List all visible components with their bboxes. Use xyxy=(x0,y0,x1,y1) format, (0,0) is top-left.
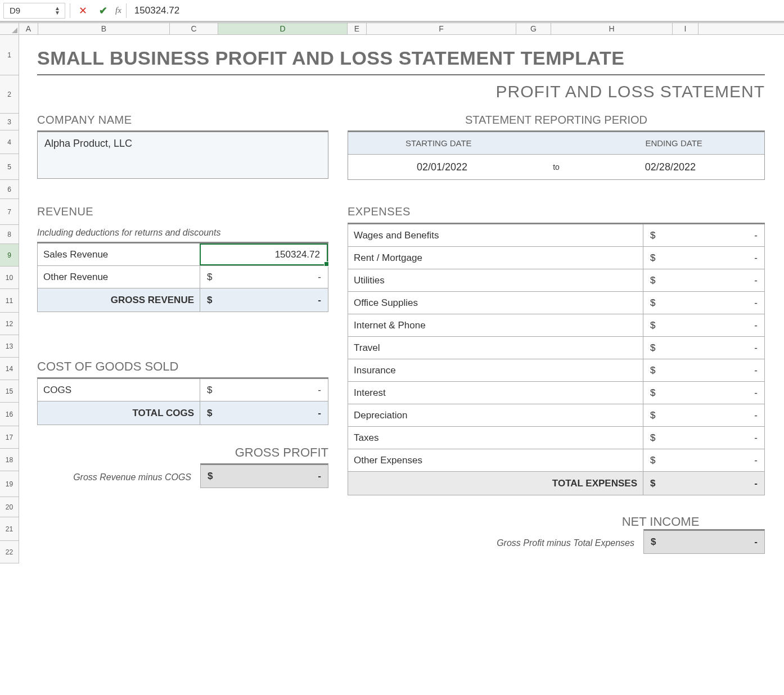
col-header-E[interactable]: E xyxy=(348,23,367,34)
row-value-cell[interactable]: $- xyxy=(643,314,764,336)
fx-label[interactable]: fx xyxy=(115,6,121,15)
select-all-corner[interactable] xyxy=(0,23,19,34)
row-value-cell[interactable]: $- xyxy=(643,404,764,426)
gross-profit-cell[interactable]: $ - xyxy=(200,463,328,488)
row-header-6[interactable]: 6 xyxy=(0,180,19,199)
row-header-14[interactable]: 14 xyxy=(0,358,19,380)
row-value-cell[interactable]: $- xyxy=(643,337,764,359)
total-value-cell[interactable]: $- xyxy=(643,472,764,495)
row-value-cell[interactable]: $- xyxy=(200,266,328,288)
enter-button[interactable]: ✔ xyxy=(95,3,111,19)
col-header-I[interactable]: I xyxy=(673,23,699,34)
row-header-5[interactable]: 5 xyxy=(0,154,19,180)
expenses-table: Wages and Benefits$-Rent / Mortgage$-Uti… xyxy=(348,223,765,495)
row-header-22[interactable]: 22 xyxy=(0,541,19,563)
row-value: 150324.72 xyxy=(275,249,320,260)
currency-symbol: $ xyxy=(650,297,655,309)
row-value-cell[interactable]: $- xyxy=(643,292,764,314)
total-row[interactable]: TOTAL COGS$- xyxy=(37,401,328,425)
table-row[interactable]: Internet & Phone$- xyxy=(348,314,765,337)
row-value-cell[interactable]: 150324.72 xyxy=(200,243,328,265)
row-value-cell[interactable]: $- xyxy=(643,427,764,449)
starting-date-label: STARTING DATE xyxy=(348,132,529,154)
row-header-17[interactable]: 17 xyxy=(0,426,19,449)
total-value-cell[interactable]: $- xyxy=(200,288,328,312)
total-value-cell[interactable]: $- xyxy=(200,401,328,425)
row-value-cell[interactable]: $- xyxy=(643,247,764,269)
table-row[interactable]: Utilities$- xyxy=(348,269,765,292)
net-income-note: Gross Profit minus Total Expenses xyxy=(348,538,639,554)
sheet-content[interactable]: SMALL BUSINESS PROFIT AND LOSS STATEMENT… xyxy=(19,35,784,563)
row-header-15[interactable]: 15 xyxy=(0,380,19,403)
col-header-D[interactable]: D xyxy=(218,23,348,34)
table-row[interactable]: Other Revenue$- xyxy=(37,266,328,288)
table-row[interactable]: Office Supplies$- xyxy=(348,292,765,314)
row-value-cell[interactable]: $- xyxy=(643,224,764,246)
row-label: Interest xyxy=(348,382,643,404)
cancel-button[interactable]: ✕ xyxy=(75,3,91,19)
table-row[interactable]: Insurance$- xyxy=(348,359,765,382)
row-label: Office Supplies xyxy=(348,292,643,314)
col-header-H[interactable]: H xyxy=(551,23,673,34)
col-header-F[interactable]: F xyxy=(367,23,516,34)
row-header-13[interactable]: 13 xyxy=(0,335,19,358)
row-header-4[interactable]: 4 xyxy=(0,130,19,154)
currency-symbol: $ xyxy=(650,342,655,354)
table-row[interactable]: Sales Revenue150324.72 xyxy=(37,243,328,266)
main-title: SMALL BUSINESS PROFIT AND LOSS STATEMENT… xyxy=(37,35,765,75)
row-value-cell[interactable]: $- xyxy=(643,382,764,404)
company-name-cell[interactable]: Alpha Product, LLC xyxy=(37,130,328,179)
name-box[interactable]: D9 ▲ ▼ xyxy=(3,3,65,19)
spinner-down-icon[interactable]: ▼ xyxy=(55,11,60,15)
table-row[interactable]: Travel$- xyxy=(348,337,765,359)
spreadsheet-grid: 12345678910111213141516171819202122 SMAL… xyxy=(0,35,784,563)
currency-symbol: $ xyxy=(650,275,655,286)
row-value-cell[interactable]: $- xyxy=(643,359,764,381)
currency-symbol: $ xyxy=(207,272,212,283)
ending-date-cell[interactable]: 02/28/2022 xyxy=(576,155,764,179)
row-header-7[interactable]: 7 xyxy=(0,199,19,225)
row-header-11[interactable]: 11 xyxy=(0,289,19,313)
row-value-cell[interactable]: $- xyxy=(643,269,764,291)
col-header-C[interactable]: C xyxy=(170,23,218,34)
row-header-2[interactable]: 2 xyxy=(0,75,19,114)
name-box-spinner[interactable]: ▲ ▼ xyxy=(55,6,60,15)
table-row[interactable]: COGS$- xyxy=(37,379,328,401)
row-header-20[interactable]: 20 xyxy=(0,497,19,517)
row-header-8[interactable]: 8 xyxy=(0,225,19,244)
row-value: - xyxy=(754,252,758,264)
net-income-cell[interactable]: $ - xyxy=(643,529,765,554)
row-header-16[interactable]: 16 xyxy=(0,403,19,426)
currency-symbol: $ xyxy=(208,471,213,482)
row-header-12[interactable]: 12 xyxy=(0,313,19,335)
table-row[interactable]: Other Expenses$- xyxy=(348,449,765,472)
row-header-3[interactable]: 3 xyxy=(0,114,19,130)
total-value: - xyxy=(754,478,758,489)
row-value-cell[interactable]: $- xyxy=(643,449,764,471)
row-label: Insurance xyxy=(348,359,643,381)
row-header-18[interactable]: 18 xyxy=(0,449,19,471)
row-header-19[interactable]: 19 xyxy=(0,471,19,497)
row-header-10[interactable]: 10 xyxy=(0,267,19,289)
currency-symbol: $ xyxy=(650,252,655,264)
table-row[interactable]: Taxes$- xyxy=(348,427,765,449)
table-row[interactable]: Rent / Mortgage$- xyxy=(348,247,765,269)
total-row[interactable]: GROSS REVENUE$- xyxy=(37,288,328,312)
starting-date-cell[interactable]: 02/01/2022 xyxy=(348,155,536,179)
col-header-A[interactable]: A xyxy=(19,23,38,34)
formula-input[interactable]: 150324.72 xyxy=(131,5,179,16)
row-header-21[interactable]: 21 xyxy=(0,517,19,541)
table-row[interactable]: Wages and Benefits$- xyxy=(348,224,765,247)
col-header-G[interactable]: G xyxy=(516,23,551,34)
total-value: - xyxy=(318,408,321,419)
total-row[interactable]: TOTAL EXPENSES$- xyxy=(348,472,765,495)
row-header-1[interactable]: 1 xyxy=(0,35,19,75)
table-row[interactable]: Depreciation$- xyxy=(348,404,765,427)
table-row[interactable]: Interest$- xyxy=(348,382,765,404)
col-header-B[interactable]: B xyxy=(38,23,170,34)
row-value: - xyxy=(318,272,321,283)
row-value-cell[interactable]: $- xyxy=(200,379,328,401)
row-header-9[interactable]: 9 xyxy=(0,244,19,267)
reporting-period-box: STARTING DATE ENDING DATE 02/01/2022 to … xyxy=(348,130,765,180)
row-label: Wages and Benefits xyxy=(348,224,643,246)
